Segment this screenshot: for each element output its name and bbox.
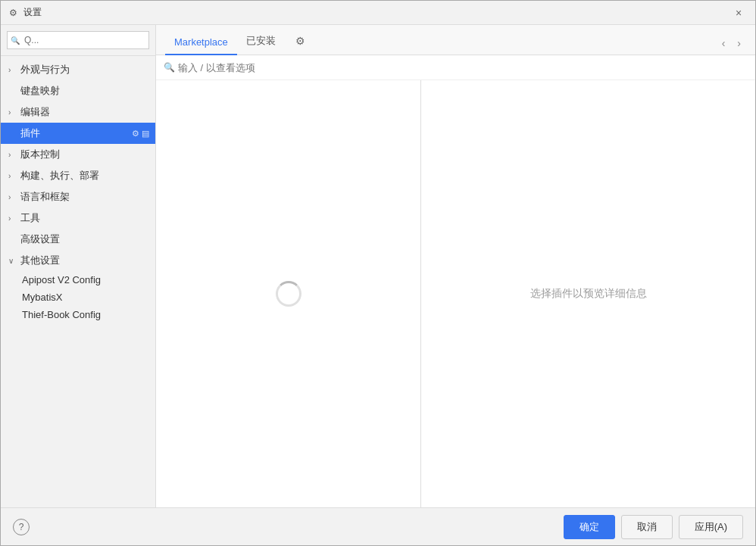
nav-forward-button[interactable]: › (732, 35, 746, 51)
sidebar-sub-item-label: Apipost V2 Config (22, 274, 101, 285)
sidebar-search-input[interactable] (7, 31, 149, 49)
help-button[interactable]: ? (13, 519, 30, 535)
item-action-icons: ⚙ ▤ (132, 129, 149, 139)
plugin-search-wrapper: 🔍 (164, 62, 420, 73)
sidebar-item-build[interactable]: › 构建、执行、部署 (1, 165, 155, 186)
sidebar-item-editor[interactable]: › 编辑器 (1, 101, 155, 123)
vcs-icon[interactable]: ▤ (142, 150, 149, 160)
sidebar-item-label: 键盘映射 (20, 84, 149, 98)
loading-spinner (273, 279, 304, 309)
plugin-icon-1[interactable]: ⚙ (132, 129, 139, 139)
title-bar-title: 设置 (23, 6, 728, 19)
bottom-bar: ? 确定 取消 应用(A) (1, 507, 755, 545)
ok-button[interactable]: 确定 (564, 515, 615, 539)
sidebar-item-vcs[interactable]: › 版本控制 ▤ (1, 144, 155, 165)
settings-dialog: ⚙ 设置 × › 外观与行为 键盘映射 (0, 0, 756, 546)
sidebar-item-label: 插件 (20, 126, 132, 140)
sidebar-item-advanced[interactable]: 高级设置 (1, 229, 155, 250)
plugin-detail-panel: 选择插件以预览详细信息 (421, 80, 755, 508)
sidebar-sub-item-mybatis[interactable]: MybatisX (1, 289, 155, 306)
sidebar-item-label: 外观与行为 (20, 63, 149, 76)
tabs-navigation: ‹ › (717, 35, 746, 51)
plugin-body: 选择插件以预览详细信息 (156, 80, 755, 508)
thief-icon[interactable]: ▤ (140, 309, 149, 320)
chevron-right-icon: › (8, 66, 17, 74)
plugin-list-panel (156, 80, 421, 508)
chevron-right-icon: › (8, 151, 17, 159)
sidebar-search-area (1, 25, 155, 56)
main-content: › 外观与行为 键盘映射 › 编辑器 插件 (1, 25, 755, 507)
sidebar-item-label: 编辑器 (20, 105, 149, 119)
nav-back-button[interactable]: ‹ (717, 35, 731, 51)
sidebar-item-label: 其他设置 (20, 254, 149, 267)
sidebar-sub-item-label: MybatisX (22, 292, 62, 303)
chevron-right-icon: › (8, 108, 17, 117)
sidebar-sub-item-label: Thief-Book Config (22, 309, 101, 320)
sidebar-sub-item-thief[interactable]: Thief-Book Config ▤ (1, 306, 155, 323)
plugin-detail-empty-text: 选择插件以预览详细信息 (530, 287, 647, 301)
title-bar-icon: ⚙ (7, 7, 19, 19)
search-wrapper (7, 31, 149, 49)
sidebar-item-label: 高级设置 (20, 232, 149, 246)
sidebar-item-plugins[interactable]: 插件 ⚙ ▤ (1, 123, 155, 144)
apply-button[interactable]: 应用(A) (679, 515, 743, 539)
sidebar-item-label: 构建、执行、部署 (20, 169, 149, 183)
plugin-icon-2[interactable]: ▤ (142, 129, 149, 139)
chevron-right-icon: › (8, 214, 17, 223)
chevron-right-icon: › (8, 172, 17, 180)
sidebar-item-appearance[interactable]: › 外观与行为 (1, 59, 155, 80)
close-button[interactable]: × (728, 2, 749, 23)
sidebar-item-other[interactable]: ∨ 其他设置 (1, 250, 155, 271)
sidebar-item-label: 语言和框架 (20, 190, 149, 204)
chevron-right-icon: › (8, 193, 17, 201)
right-panel: Marketplace 已安装 ⚙ ‹ › 🔍 (156, 25, 755, 507)
search-icon: 🔍 (164, 62, 175, 73)
tab-installed[interactable]: 已安装 (237, 28, 285, 55)
tabs-bar: Marketplace 已安装 ⚙ ‹ › (156, 25, 755, 55)
title-bar: ⚙ 设置 × (1, 1, 755, 25)
sidebar-sub-item-apipost[interactable]: Apipost V2 Config (1, 271, 155, 289)
sidebar-item-label: 工具 (20, 211, 149, 225)
sidebar-item-languages[interactable]: › 语言和框架 (1, 186, 155, 207)
gear-button[interactable]: ⚙ (291, 30, 310, 51)
chevron-down-icon: ∨ (8, 257, 17, 265)
sidebar-item-label: 版本控制 (20, 148, 142, 161)
sidebar: › 外观与行为 键盘映射 › 编辑器 插件 (1, 25, 156, 507)
sidebar-item-keymap[interactable]: 键盘映射 (1, 80, 155, 101)
sidebar-item-tools[interactable]: › 工具 (1, 207, 155, 229)
plugin-search-bar: 🔍 (156, 55, 755, 80)
cancel-button[interactable]: 取消 (621, 515, 673, 539)
sidebar-list: › 外观与行为 键盘映射 › 编辑器 插件 (1, 56, 155, 507)
plugin-search-input[interactable] (178, 62, 420, 73)
tab-marketplace[interactable]: Marketplace (165, 30, 237, 55)
